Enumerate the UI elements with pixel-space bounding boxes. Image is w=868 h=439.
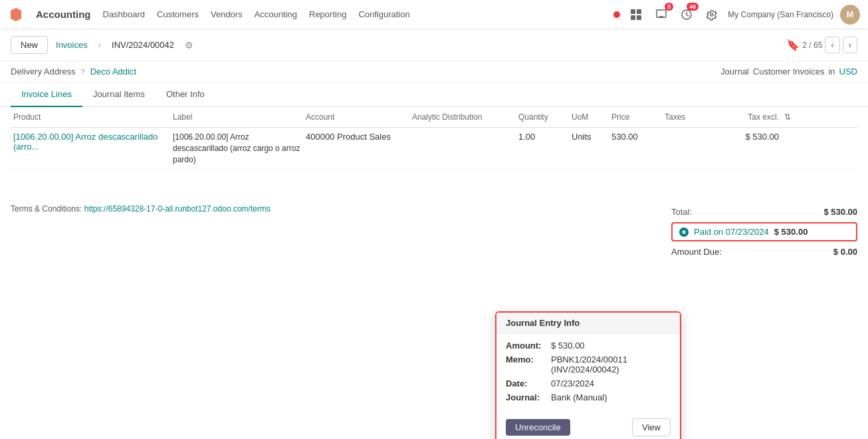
breadcrumb-invoices[interactable]: Invoices xyxy=(56,40,88,50)
delivery-help: ? xyxy=(81,68,85,76)
table-row: [1006.20.00.00] Arroz descascarillado (a… xyxy=(11,128,857,170)
amount-due-label: Amount Due: xyxy=(671,247,722,257)
delivery-address[interactable]: Deco Addict xyxy=(90,67,136,76)
col-product: Product xyxy=(11,112,170,122)
footer-area: Terms & Conditions: https://65894328-17-… xyxy=(0,196,868,267)
next-button[interactable]: › xyxy=(843,37,857,53)
svg-rect-1 xyxy=(637,9,641,14)
totals-section: Total: $ 530.00 Paid on 07/23/2024 $ 530… xyxy=(671,204,857,259)
journal-value: Customer Invoices xyxy=(753,67,825,76)
top-navigation: Accounting Dashboard Customers Vendors A… xyxy=(0,0,868,29)
settings-icon-btn[interactable] xyxy=(703,5,721,24)
delivery-label: Delivery Address xyxy=(11,67,76,76)
nav-customers[interactable]: Customers xyxy=(157,7,199,22)
uom-cell: Units xyxy=(569,132,609,142)
quantity-cell: 1.00 xyxy=(516,132,569,142)
activities-badge: 46 xyxy=(687,3,699,11)
terms-label: Terms & Conditions: xyxy=(11,204,82,214)
svg-rect-0 xyxy=(631,9,635,14)
nav-vendors[interactable]: Vendors xyxy=(211,7,243,22)
journal-in-label: in xyxy=(828,67,835,76)
total-label: Total: xyxy=(671,207,692,217)
svg-rect-3 xyxy=(637,15,641,20)
col-uom: UoM xyxy=(569,112,609,122)
tabs-container: Invoice Lines Journal Items Other Info xyxy=(0,82,868,107)
amount-due-value: $ 0.00 xyxy=(833,247,857,257)
app-name: Accounting xyxy=(36,9,91,20)
currency-link[interactable]: USD xyxy=(839,67,857,76)
svg-point-5 xyxy=(682,230,686,234)
paid-on-amount: $ 530.00 xyxy=(774,227,808,237)
breadcrumb-separator: › xyxy=(98,40,101,50)
total-row: Total: $ 530.00 xyxy=(671,204,857,220)
settings-gear-icon[interactable]: ⚙ xyxy=(185,40,193,51)
sub-header: New Invoices › INV/2024/00042 ⚙ 🔖 2 / 65… xyxy=(0,29,868,61)
nav-configuration[interactable]: Configuration xyxy=(358,7,409,22)
tab-other-info[interactable]: Other Info xyxy=(156,82,215,107)
col-price: Price xyxy=(609,112,662,122)
label-cell: [1006.20.00.00] Arroz descascarillado (a… xyxy=(170,132,303,165)
journal-label: Journal xyxy=(720,67,749,76)
col-taxes: Taxes xyxy=(662,112,728,122)
tax-excl-cell: $ 530.00 xyxy=(728,132,782,142)
odoo-logo xyxy=(8,7,24,23)
activities-icon-btn[interactable]: 46 xyxy=(677,5,696,24)
nav-reporting[interactable]: Reporting xyxy=(309,7,346,22)
recording-indicator xyxy=(613,11,620,18)
grid-icon-btn[interactable] xyxy=(627,5,645,24)
paid-circle-icon xyxy=(679,227,689,237)
nav-dashboard[interactable]: Dashboard xyxy=(103,7,146,22)
svg-rect-2 xyxy=(631,15,635,20)
avatar[interactable]: M xyxy=(840,5,860,25)
price-cell: 530.00 xyxy=(609,132,662,142)
col-analytic: Analytic Distribution xyxy=(409,112,516,122)
nav-accounting[interactable]: Accounting xyxy=(255,7,297,22)
prev-button[interactable]: ‹ xyxy=(825,37,839,53)
col-tax-excl: Tax excl. xyxy=(728,112,782,122)
terms-conditions: Terms & Conditions: https://65894328-17-… xyxy=(11,204,658,214)
messages-icon-btn[interactable]: 5 xyxy=(652,5,671,24)
col-label: Label xyxy=(170,112,303,122)
invoice-id: INV/2024/00042 xyxy=(112,40,174,50)
paid-on-text: Paid on 07/23/2024 xyxy=(694,227,769,237)
new-button[interactable]: New xyxy=(11,36,48,54)
paid-on-box[interactable]: Paid on 07/23/2024 $ 530.00 xyxy=(671,222,857,241)
total-value: $ 530.00 xyxy=(823,207,857,217)
product-cell[interactable]: [1006.20.00.00] Arroz descascarillado (a… xyxy=(11,132,170,152)
tab-journal-items[interactable]: Journal Items xyxy=(82,82,156,107)
pagination: 🔖 2 / 65 ‹ › xyxy=(786,37,857,53)
nav-links: Dashboard Customers Vendors Accounting R… xyxy=(103,7,602,22)
invoice-table: Product Label Account Analytic Distribut… xyxy=(0,107,868,170)
journal-info: Journal Customer Invoices in USD xyxy=(720,67,857,76)
col-account: Account xyxy=(303,112,409,122)
page-info: 2 / 65 xyxy=(802,41,822,50)
col-quantity: Quantity xyxy=(516,112,569,122)
col-actions: ⇅ xyxy=(782,112,795,122)
bookmark-icon[interactable]: 🔖 xyxy=(786,39,800,51)
table-header-row: Product Label Account Analytic Distribut… xyxy=(11,107,857,128)
nav-right: 5 46 My Company (San Francisco) M xyxy=(613,5,860,25)
messages-badge: 5 xyxy=(665,3,673,11)
tab-invoice-lines[interactable]: Invoice Lines xyxy=(11,82,82,107)
account-cell: 400000 Product Sales xyxy=(303,132,409,142)
delivery-row: Delivery Address ? Deco Addict Journal C… xyxy=(0,61,868,82)
company-name: My Company (San Francisco) xyxy=(728,10,833,19)
amount-due-row: Amount Due: $ 0.00 xyxy=(671,244,857,259)
terms-url[interactable]: https://65894328-17-0-all.runbot127.odoo… xyxy=(84,204,271,214)
